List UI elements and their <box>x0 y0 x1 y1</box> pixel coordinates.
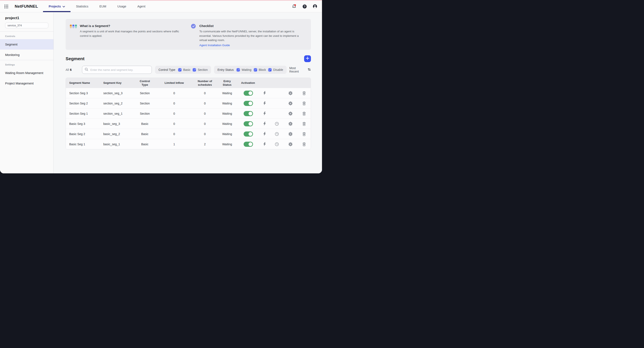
column-header: Number of schedules <box>196 79 214 87</box>
entry-status-cell: Waiting <box>217 132 237 136</box>
banner-body: A segment is a unit of work that manages… <box>80 29 187 38</box>
schedules-cell: 2 <box>193 143 217 146</box>
activation-toggle[interactable] <box>244 101 253 106</box>
limited-inflow-cell: 1 <box>156 143 193 146</box>
delete-trash-icon[interactable] <box>302 132 306 136</box>
nav-item-statistics[interactable]: Statistics <box>70 1 94 12</box>
segment-pills-icon <box>70 24 77 50</box>
delete-trash-icon[interactable] <box>302 91 306 95</box>
settings-gear-icon[interactable] <box>288 101 292 106</box>
filter-checkbox-block[interactable]: Block <box>254 68 266 72</box>
sidebar-item-segment[interactable]: Segment <box>0 39 54 50</box>
service-selector[interactable]: service_374 <box>5 22 48 28</box>
delete-trash-icon[interactable] <box>302 122 306 126</box>
segment-name-cell: Section Seg 3 <box>66 91 100 95</box>
project-name: project1 <box>5 16 48 20</box>
filter-checkbox-waiting[interactable]: Waiting <box>236 68 251 72</box>
control-type-cell: Basic <box>134 132 156 136</box>
nav-item-agent[interactable]: Agent <box>132 1 151 12</box>
activation-toggle[interactable] <box>244 142 253 147</box>
sidebar-item-monitoring[interactable]: Monitoring <box>0 50 54 60</box>
row-actions <box>237 88 311 98</box>
sort-most-recent[interactable]: Most Recent <box>290 66 311 73</box>
agent-installation-guide-link[interactable]: Agent Installation Guide <box>199 44 230 47</box>
entry-status-cell: Waiting <box>217 122 237 126</box>
bolt-icon[interactable] <box>263 142 266 146</box>
nav-item-usage[interactable]: Usage <box>112 1 132 12</box>
add-segment-button[interactable] <box>304 55 311 62</box>
table-row: Section Seg 1 section_seg_1 Section 0 0 … <box>66 108 311 119</box>
bolt-icon[interactable] <box>263 122 266 126</box>
segment-key-cell: basic_seg_3 <box>100 122 134 126</box>
filter-checkbox-section[interactable]: Section <box>192 68 208 72</box>
row-actions <box>237 129 311 139</box>
limited-inflow-cell: 0 <box>156 132 193 136</box>
table-row: Section Seg 3 section_seg_3 Section 0 0 … <box>66 88 311 98</box>
delete-trash-icon[interactable] <box>302 142 306 146</box>
settings-gear-icon[interactable] <box>288 132 292 136</box>
segment-name-cell: Section Seg 2 <box>66 102 100 105</box>
sidebar-group-label: Controls <box>0 32 54 39</box>
account-avatar-icon[interactable] <box>313 4 317 9</box>
nav-item-eum[interactable]: EUM <box>94 1 112 12</box>
delete-trash-icon[interactable] <box>302 101 306 106</box>
search-input[interactable] <box>90 68 149 72</box>
sidebar-item-waiting-room-management[interactable]: Waiting Room Management <box>0 68 54 78</box>
bolt-icon[interactable] <box>263 91 266 95</box>
settings-gear-icon[interactable] <box>288 142 292 146</box>
control-type-cell: Basic <box>134 122 156 126</box>
segment-name-cell: Basic Seg 3 <box>66 122 100 126</box>
check-circle-icon <box>191 24 196 28</box>
filter-checkbox-disable[interactable]: Disable <box>268 68 283 72</box>
table-header-row: Segment Name Segment Key Control Type Li… <box>66 78 311 88</box>
checkbox-checked-icon <box>192 68 196 72</box>
header-actions: ? <box>292 4 317 9</box>
segment-key-cell: section_seg_1 <box>100 112 134 115</box>
banner-what-is-segment: What is a Segment? A segment is a unit o… <box>70 24 191 50</box>
schedule-clock-icon[interactable] <box>275 132 279 136</box>
activation-toggle[interactable] <box>244 111 253 116</box>
segment-toolbar: All6 Control Type Basic <box>66 66 311 74</box>
row-actions <box>237 109 311 119</box>
activation-toggle[interactable] <box>244 132 253 137</box>
filter-checkbox-basic[interactable]: Basic <box>178 68 190 72</box>
segment-key-cell: section_seg_2 <box>100 102 134 105</box>
schedule-clock-icon[interactable] <box>275 142 279 146</box>
schedule-clock-icon[interactable] <box>275 122 279 126</box>
settings-gear-icon[interactable] <box>288 91 292 95</box>
banner-body: To communicate with the NetFUNNEL server… <box>199 29 306 42</box>
sidebar: project1 service_374 Controls Segment Mo… <box>0 12 54 173</box>
nav-item-projects[interactable]: Projects <box>43 1 70 12</box>
help-icon[interactable]: ? <box>302 4 307 9</box>
sidebar-item-project-management[interactable]: Project Management <box>0 78 54 88</box>
app-launcher-grid-icon[interactable] <box>4 5 8 8</box>
sort-arrows-icon <box>308 68 311 72</box>
netfunnel-logo: NetFUNNEL <box>15 4 38 9</box>
segment-name-cell: Section Seg 1 <box>66 112 100 115</box>
search-icon <box>85 68 88 72</box>
info-banner: What is a Segment? A segment is a unit o… <box>66 19 311 50</box>
schedules-cell: 0 <box>193 132 217 136</box>
activation-toggle[interactable] <box>244 91 253 96</box>
limited-inflow-cell: 0 <box>156 91 193 95</box>
settings-gear-icon[interactable] <box>288 111 292 116</box>
table-row: Basic Seg 2 basic_seg_2 Basic 0 0 Waitin… <box>66 129 311 139</box>
notification-bell-icon[interactable] <box>292 4 297 9</box>
sidebar-group-settings: Settings Waiting Room Management Project… <box>0 60 54 88</box>
app-window: NetFUNNEL Projects Statistics EUM Usage … <box>0 0 322 173</box>
svg-text:?: ? <box>304 5 306 8</box>
bolt-icon[interactable] <box>263 132 266 136</box>
bolt-icon[interactable] <box>263 101 266 105</box>
row-actions <box>237 98 311 108</box>
segment-name-cell: Basic Seg 1 <box>66 143 100 146</box>
column-header: Limited Inflow <box>156 81 193 84</box>
table-row: Basic Seg 1 basic_seg_1 Basic 1 2 Waitin… <box>66 139 311 149</box>
row-actions <box>237 139 311 149</box>
schedules-cell: 0 <box>193 91 217 95</box>
activation-toggle[interactable] <box>244 121 253 126</box>
delete-trash-icon[interactable] <box>302 111 306 116</box>
schedules-cell: 0 <box>193 112 217 115</box>
column-header: Segment Name <box>66 81 100 84</box>
bolt-icon[interactable] <box>263 111 266 116</box>
settings-gear-icon[interactable] <box>288 122 292 126</box>
